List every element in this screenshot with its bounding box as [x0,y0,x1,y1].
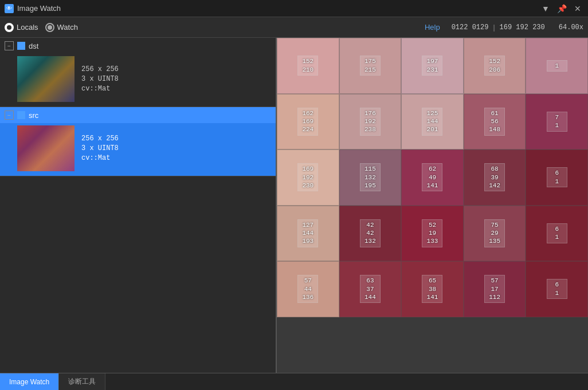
pixel-cell-6: 176192238 [339,94,402,150]
pixel-cell-23: 5717112 [464,261,526,317]
watch-label: Watch [57,23,78,31]
pixel-val: 142 [489,182,500,190]
zoom-level: 64.00x [559,23,583,31]
pixel-val: 125 [427,109,438,117]
pixel-cell-inner-8: 6156148 [484,108,505,136]
title-bar-left: 👁 Image Watch [5,4,61,13]
pixel-val: 61 [491,109,498,117]
pixel-val: 136 [302,293,313,301]
pixel-cell-inner-22: 6538141 [422,275,442,303]
var-info-src: 256 x 256 3 x UINT8 cv::Mat [81,135,119,162]
pixel-val: 176 [364,109,376,117]
var-item-src: − src 256 x 256 3 x UINT8 cv::Mat [0,107,276,176]
pixel-val: 1 [555,62,559,70]
locals-label: Locals [17,23,38,31]
tab-diagnostics[interactable]: 诊断工具 [59,373,105,390]
pixel-val: 112 [489,293,500,301]
pixel-cell-14: 61 [526,149,588,206]
pixel-cell-inner-4: 1 [547,60,567,72]
pixel-values: 169 192 230 [500,23,545,31]
pixel-cell-7: 125144201 [401,94,464,150]
pixel-val: 49 [429,174,436,182]
pixel-cell-inner-0: 152210 [297,56,318,76]
pixel-val: 39 [491,174,498,182]
pixel-cell-11: 115132195 [339,149,402,206]
pixel-val: 169 [302,165,313,173]
pixel-cell-inner-14: 61 [547,167,567,187]
pixel-cell-4: 1 [526,38,588,94]
pixel-val: 238 [364,125,376,133]
help-link[interactable]: Help [425,23,440,31]
title-text: Image Watch [17,4,61,13]
pixel-cell-13: 6839142 [464,149,526,206]
pixel-val: 133 [427,237,438,245]
pixel-cell-inner-5: 162169224 [297,108,318,136]
pixel-val: 63 [366,277,374,285]
pixel-val: 148 [489,125,500,133]
pixel-cell-19: 61 [526,206,588,262]
dropdown-btn[interactable]: ▼ [540,3,551,14]
pixel-val: 152 [302,57,313,65]
collapse-btn-src[interactable]: − [5,111,14,120]
pixel-cell-inner-13: 6839142 [484,163,505,191]
pixel-cell-17: 5219133 [401,206,464,262]
pixel-cell-inner-9: 71 [547,112,567,132]
right-panel: 1522101752151972311522061162169224176192… [277,38,588,373]
pixel-cell-inner-12: 6249141 [422,163,442,191]
watch-radio-circle [45,23,54,32]
pixel-cell-inner-1: 175215 [360,56,381,76]
pixel-val: 1 [555,121,559,129]
var-thumb-src[interactable] [17,125,75,171]
pixel-val: 1 [555,289,559,297]
locals-radio[interactable]: Locals [5,23,38,32]
title-bar-controls: ▼ 📌 ✕ [540,3,583,14]
pixel-val: 144 [302,229,313,237]
pixel-cell-5: 162169224 [277,94,339,150]
pixel-cell-inner-6: 176192238 [360,108,381,136]
collapse-btn-dst[interactable]: − [5,41,14,50]
pixel-cell-9: 71 [526,94,588,150]
pixel-separator: | [493,23,495,31]
var-name-dst: dst [29,42,38,50]
src-type: 3 x UINT8 [81,144,119,152]
pixel-val: 65 [429,277,436,285]
pixel-cell-20: 5744136 [277,261,339,317]
close-btn[interactable]: ✕ [572,3,583,14]
pixel-val: 132 [364,174,376,182]
var-thumb-dst[interactable] [17,56,75,102]
pixel-val: 230 [302,182,313,190]
pixel-cell-0: 152210 [277,38,339,94]
pixel-cell-inner-15: 127144193 [297,219,318,247]
pixel-cell-15: 127144193 [277,206,339,262]
pixel-val: 231 [427,66,438,74]
var-body-dst: 256 x 256 3 x UINT8 cv::Mat [0,54,276,107]
pixel-cell-inner-2: 197231 [422,56,442,76]
var-header-src[interactable]: − src [0,107,276,123]
tab-image-watch[interactable]: Image Watch [0,373,59,390]
pin-btn[interactable]: 📌 [556,3,567,14]
pixel-val: 29 [491,229,498,237]
pixel-val: 62 [429,165,436,173]
pixel-cell-inner-7: 125144201 [422,108,442,136]
pixel-val: 144 [427,117,438,125]
pixel-cell-inner-24: 61 [547,279,567,299]
pixel-cell-18: 7529135 [464,206,526,262]
pixel-cell-21: 6337144 [339,261,402,317]
pixel-val: 42 [366,229,374,237]
dst-size: 256 x 256 [81,65,119,73]
content-area: − dst 256 x 256 3 x UINT8 cv::Mat − [0,38,588,373]
pixel-val: 210 [302,66,313,74]
pixel-val: 141 [427,182,438,190]
pixel-val: 195 [364,182,376,190]
pixel-cell-12: 6249141 [401,149,464,206]
pixel-cell-16: 4242132 [339,206,402,262]
pixel-val: 1 [555,233,559,241]
pixel-val: 175 [364,57,376,65]
pixel-cell-1: 175215 [339,38,402,94]
src-dtype: cv::Mat [81,154,119,162]
pixel-cell-3: 152206 [464,38,526,94]
var-header-dst[interactable]: − dst [0,38,276,54]
pixel-val: 52 [429,221,436,229]
pixel-cell-inner-21: 6337144 [360,275,381,303]
watch-radio[interactable]: Watch [45,23,78,32]
